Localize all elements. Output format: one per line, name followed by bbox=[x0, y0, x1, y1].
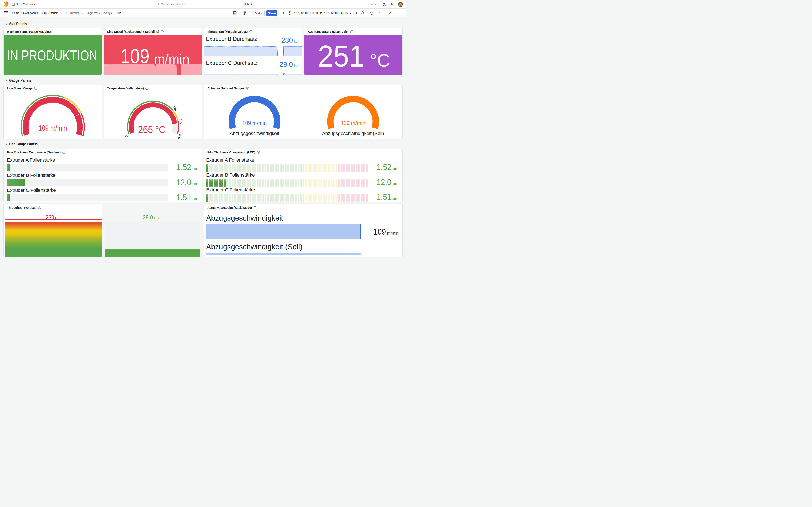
svg-text:°C: °C bbox=[370, 50, 390, 70]
svg-text:m/min: m/min bbox=[154, 52, 190, 66]
svg-text:Abzugsgeschwindigkeit (Soll): Abzugsgeschwindigkeit (Soll) bbox=[322, 130, 384, 136]
svg-text:109 m/min: 109 m/min bbox=[242, 120, 267, 126]
svg-text:251: 251 bbox=[318, 39, 365, 73]
svg-text:IN PRODUKTION: IN PRODUKTION bbox=[7, 47, 97, 63]
svg-text:Abzugsgeschwindigkeit: Abzugsgeschwindigkeit bbox=[230, 130, 280, 136]
svg-text:260: 260 bbox=[179, 118, 183, 124]
svg-text:109 m/min: 109 m/min bbox=[341, 120, 365, 126]
svg-text:0: 0 bbox=[124, 135, 129, 138]
svg-text:109: 109 bbox=[120, 45, 150, 67]
svg-text:265 °C: 265 °C bbox=[138, 124, 165, 135]
svg-text:109 m/min: 109 m/min bbox=[39, 124, 67, 132]
